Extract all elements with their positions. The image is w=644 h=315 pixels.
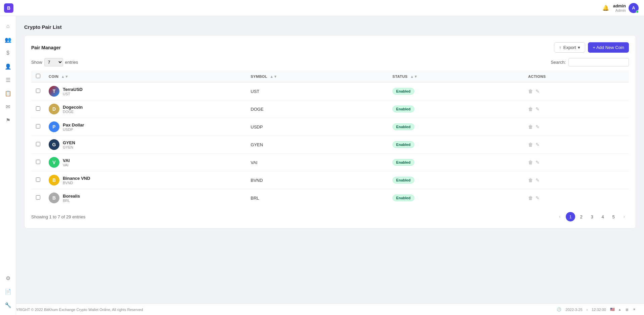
delete-icon[interactable]: 🗑 xyxy=(528,124,533,129)
pair-manager-card: Pair Manager ↑ Export ▾ + Add New Coin S… xyxy=(24,35,636,228)
entries-select[interactable]: 7 10 25 50 100 xyxy=(44,58,63,66)
col-header-status: STATUS ▲▼ xyxy=(388,70,524,83)
calendar-icon: 🕐 xyxy=(557,307,561,312)
sidebar-item-menu[interactable]: ☰ xyxy=(2,74,14,86)
col-header-checkbox xyxy=(31,70,45,83)
select-all-checkbox[interactable] xyxy=(36,74,40,78)
sidebar-item-home[interactable]: ⌂ xyxy=(2,20,14,32)
coin-info: Pax Dollar USDP xyxy=(63,122,84,132)
symbol-cell: DOGE xyxy=(247,100,388,118)
sidebar-item-messages[interactable]: ✉ xyxy=(2,101,14,113)
footer-right: 🕐 2022-3-25 › 12:32:00 🇺🇸 ▴ 🖥 ☀ xyxy=(557,307,636,312)
footer: COPYRIGHT © 2022 BitKhum Exchange Crypto… xyxy=(0,304,644,315)
coin-info: TerraUSD UST xyxy=(63,87,83,96)
export-icon: ↑ xyxy=(559,45,561,50)
status-badge: Enabled xyxy=(393,106,414,112)
sort-icon-status: ▲▼ xyxy=(410,74,418,78)
user-text: admin Admin xyxy=(613,3,626,12)
symbol-cell: BRL xyxy=(247,189,388,207)
status-badge: Enabled xyxy=(393,141,414,148)
status-cell: Enabled xyxy=(388,118,524,136)
status-cell: Enabled xyxy=(388,136,524,154)
coin-name: TerraUSD xyxy=(63,87,83,92)
brightness-icon: ☀ xyxy=(633,307,636,312)
coin-info: Borealis BRL xyxy=(63,194,80,203)
pagination-next[interactable]: › xyxy=(619,212,629,221)
coin-ticker: USDP xyxy=(63,127,84,132)
coin-icon: B xyxy=(49,175,59,186)
card-header: Pair Manager ↑ Export ▾ + Add New Coin xyxy=(31,42,629,53)
table-header-row: COIN ▲▼ SYMBOL ▲▼ STATUS ▲▼ ACTIONS xyxy=(31,70,629,83)
add-new-coin-button[interactable]: + Add New Coin xyxy=(588,42,629,53)
row-checkbox[interactable] xyxy=(36,124,40,128)
sidebar-item-flags[interactable]: ⚑ xyxy=(2,114,14,126)
coin-ticker: BRL xyxy=(63,199,80,203)
col-header-symbol: SYMBOL ▲▼ xyxy=(247,70,388,83)
sidebar-item-currency[interactable]: $ xyxy=(2,47,14,59)
entries-label: entries xyxy=(65,60,78,65)
avatar[interactable]: A xyxy=(629,3,639,13)
sidebar-item-users[interactable]: 👥 xyxy=(2,34,14,46)
table-row: V VAI VAI VAI Enabled 🗑 ✎ xyxy=(31,154,629,171)
export-button[interactable]: ↑ Export ▾ xyxy=(554,42,585,53)
delete-icon[interactable]: 🗑 xyxy=(528,89,533,94)
sidebar-item-profile[interactable]: 👤 xyxy=(2,60,14,72)
edit-icon[interactable]: ✎ xyxy=(536,142,540,147)
edit-icon[interactable]: ✎ xyxy=(536,160,540,165)
actions-cell: 🗑 ✎ xyxy=(524,171,629,189)
delete-icon[interactable]: 🗑 xyxy=(528,160,533,165)
symbol-cell: BVND xyxy=(247,171,388,189)
symbol-cell: USDP xyxy=(247,118,388,136)
delete-icon[interactable]: 🗑 xyxy=(528,142,533,147)
row-checkbox[interactable] xyxy=(36,142,40,146)
row-checkbox[interactable] xyxy=(36,89,40,93)
delete-icon[interactable]: 🗑 xyxy=(528,106,533,112)
sidebar-item-documents[interactable]: 📄 xyxy=(2,285,14,298)
edit-icon[interactable]: ✎ xyxy=(536,177,540,183)
pagination-page-3[interactable]: 3 xyxy=(587,212,597,221)
row-checkbox[interactable] xyxy=(36,160,40,164)
notification-bell[interactable]: 🔔 xyxy=(602,5,609,11)
pagination-area: Showing 1 to 7 of 29 entries ‹ 1 2 3 4 5… xyxy=(31,212,629,221)
row-checkbox-cell xyxy=(31,171,45,189)
flag-icon: 🇺🇸 xyxy=(610,307,615,312)
pagination-page-1[interactable]: 1 xyxy=(566,212,575,221)
coin-cell: B Binance VND BVND xyxy=(45,171,247,189)
actions-cell: 🗑 ✎ xyxy=(524,100,629,118)
row-checkbox[interactable] xyxy=(36,106,40,111)
edit-icon[interactable]: ✎ xyxy=(536,195,540,201)
actions-cell: 🗑 ✎ xyxy=(524,136,629,154)
row-checkbox[interactable] xyxy=(36,195,40,200)
sidebar-item-settings[interactable]: ⚙ xyxy=(2,272,14,284)
pagination-page-5[interactable]: 5 xyxy=(609,212,618,221)
table-controls: Show 7 10 25 50 100 entries Search: xyxy=(31,58,629,66)
coin-cell: G GYEN GYEN xyxy=(45,136,247,154)
table-row: P Pax Dollar USDP USDP Enabled 🗑 ✎ xyxy=(31,118,629,136)
sidebar-item-tools[interactable]: 🔧 xyxy=(2,299,14,311)
coin-name: Borealis xyxy=(63,194,80,199)
footer-copyright: COPYRIGHT © 2022 BitKhum Exchange Crypto… xyxy=(8,308,143,312)
status-cell: Enabled xyxy=(388,189,524,207)
pagination-prev[interactable]: ‹ xyxy=(555,212,564,221)
table-row: G GYEN GYEN GYEN Enabled 🗑 ✎ xyxy=(31,136,629,154)
edit-icon[interactable]: ✎ xyxy=(536,89,540,94)
pagination: ‹ 1 2 3 4 5 › xyxy=(555,212,629,221)
pagination-page-4[interactable]: 4 xyxy=(598,212,607,221)
delete-icon[interactable]: 🗑 xyxy=(528,195,533,201)
user-name: admin xyxy=(613,3,626,8)
edit-icon[interactable]: ✎ xyxy=(536,124,540,129)
coin-cell: D Dogecoin DOGE xyxy=(45,100,247,118)
coin-icon: T xyxy=(49,86,59,97)
actions-cell: 🗑 ✎ xyxy=(524,189,629,207)
edit-icon[interactable]: ✎ xyxy=(536,106,540,112)
search-input[interactable] xyxy=(568,58,629,66)
sidebar-item-reports[interactable]: 📋 xyxy=(2,87,14,99)
delete-icon[interactable]: 🗑 xyxy=(528,177,533,183)
footer-time: 12:32:00 xyxy=(592,308,606,312)
coin-info: VAI VAI xyxy=(63,158,70,167)
status-badge: Enabled xyxy=(393,177,414,183)
coin-cell: T TerraUSD UST xyxy=(45,83,247,100)
row-checkbox[interactable] xyxy=(36,177,40,182)
coin-info: GYEN GYEN xyxy=(63,140,75,149)
pagination-page-2[interactable]: 2 xyxy=(577,212,586,221)
